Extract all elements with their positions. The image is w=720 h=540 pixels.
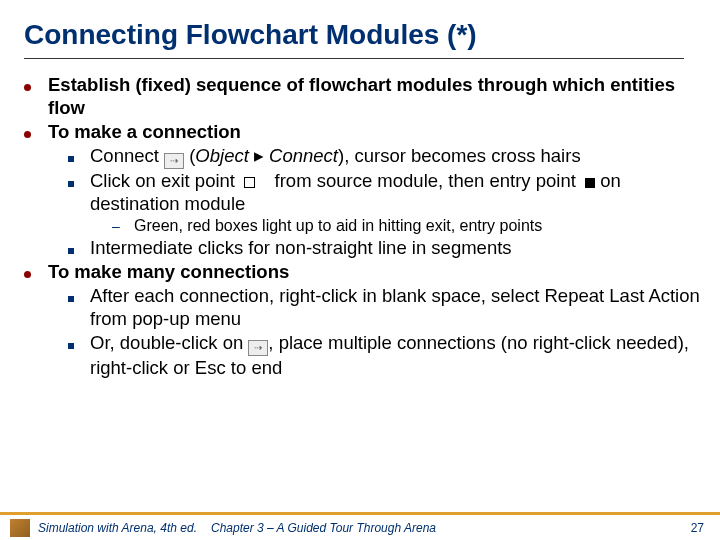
bullet-l2-connect: Connect ⇢ (Object ▸ Connect), cursor bec… [68, 144, 702, 169]
slide-title: Connecting Flowchart Modules (*) [24, 18, 702, 52]
text-frag: Connect [90, 145, 164, 166]
connect-button-icon: ⇢ [164, 153, 184, 169]
bullet-l1-2: To make a connection [24, 120, 702, 144]
bullet-text: Click on exit point from source module, … [90, 169, 702, 216]
bullet-text: After each connection, right-click in bl… [90, 284, 702, 331]
text-frag: ), cursor becomes cross hairs [338, 145, 581, 166]
menu-path-object: Object [195, 145, 248, 166]
slide: Connecting Flowchart Modules (*) Establi… [0, 0, 720, 540]
text-frag: from source module, then entry point [275, 170, 576, 191]
bullet-dash-icon: – [112, 218, 120, 234]
entry-point-icon [585, 178, 595, 188]
content-area: Establish (fixed) sequence of flowchart … [24, 73, 702, 380]
book-logo-icon [10, 519, 30, 537]
menu-path-connect: Connect [264, 145, 338, 166]
bullet-square-icon [68, 343, 74, 349]
text-frag: Or, double-click on [90, 332, 248, 353]
bullet-text: To make a connection [48, 120, 702, 144]
bullet-text: Intermediate clicks for non-straight lin… [90, 236, 702, 260]
bullet-l3-greenred: – Green, red boxes light up to aid in hi… [112, 216, 702, 236]
bullet-square-icon [68, 156, 74, 162]
bullet-text: Establish (fixed) sequence of flowchart … [48, 73, 702, 120]
text-frag: Click on exit point [90, 170, 235, 191]
menu-arrow-icon: ▸ [254, 145, 264, 166]
footer: Simulation with Arena, 4th ed. Chapter 3… [0, 512, 720, 540]
bullet-dot-icon [24, 131, 31, 138]
page-number: 27 [691, 521, 704, 535]
bullet-l2-click-exit: Click on exit point from source module, … [68, 169, 702, 216]
bullet-l1-1: Establish (fixed) sequence of flowchart … [24, 73, 702, 120]
bullet-text: Green, red boxes light up to aid in hitt… [134, 216, 702, 236]
bullet-square-icon [68, 248, 74, 254]
bullet-text: To make many connections [48, 260, 702, 284]
bullet-text: Connect ⇢ (Object ▸ Connect), cursor bec… [90, 144, 702, 169]
bullet-text: Or, double-click on ⇢, place multiple co… [90, 331, 702, 380]
title-rule [24, 58, 684, 59]
bullet-square-icon [68, 181, 74, 187]
bullet-dot-icon [24, 271, 31, 278]
bullet-l1-3: To make many connections [24, 260, 702, 284]
bullet-square-icon [68, 296, 74, 302]
footer-left: Simulation with Arena, 4th ed. [38, 521, 197, 535]
footer-mid: Chapter 3 – A Guided Tour Through Arena [211, 521, 691, 535]
bullet-l2-doubleclick: Or, double-click on ⇢, place multiple co… [68, 331, 702, 380]
connect-button-icon: ⇢ [248, 340, 268, 356]
bullet-l2-intermediate: Intermediate clicks for non-straight lin… [68, 236, 702, 260]
exit-point-icon [244, 177, 255, 188]
bullet-l2-repeat: After each connection, right-click in bl… [68, 284, 702, 331]
bullet-dot-icon [24, 84, 31, 91]
